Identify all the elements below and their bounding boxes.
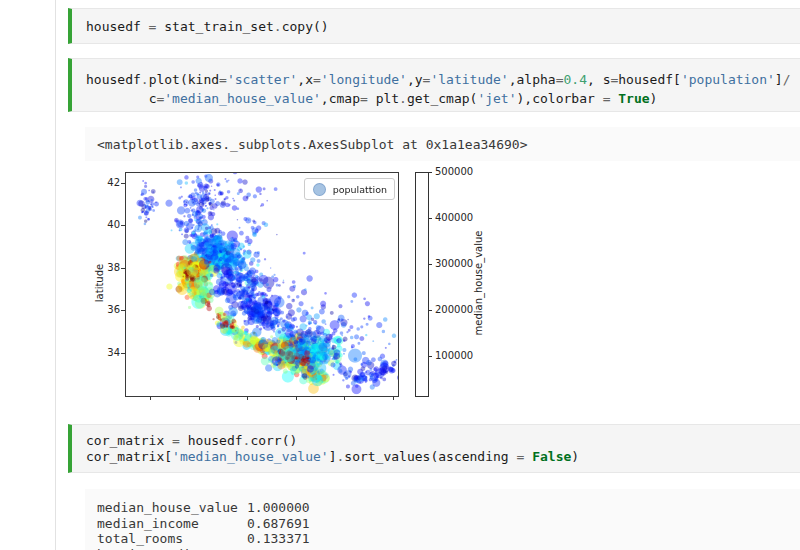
code-token: x <box>305 72 313 87</box>
code-token: , <box>321 91 329 106</box>
code-token: copy <box>282 19 313 34</box>
correlation-value: 0.133371 <box>247 531 310 547</box>
code-token: housedf <box>86 72 141 87</box>
code-token: . <box>274 19 282 34</box>
code-token: 'longitude' <box>321 72 407 87</box>
code-token: cmap <box>329 91 360 106</box>
code-token: False <box>532 449 571 464</box>
code-token: ), <box>517 91 533 106</box>
feature-name: total_rooms <box>97 531 247 547</box>
code-token: . <box>399 91 407 106</box>
code-token: = <box>509 449 532 464</box>
code-token: stat_train_set <box>164 19 274 34</box>
colorbar-tick-label: 500000 <box>435 166 473 178</box>
code-token: 0.4 <box>564 72 587 87</box>
code-token: 'latitude' <box>430 72 508 87</box>
scatter-points-canvas <box>126 173 398 396</box>
correlation-output-panel: median_house_value1.000000median_income0… <box>85 489 800 550</box>
code-token: ) <box>650 91 658 106</box>
code-token: ( <box>180 72 188 87</box>
code-token: alpha <box>517 72 556 87</box>
colorbar <box>415 172 429 397</box>
colorbar-tick-mark <box>428 310 432 311</box>
code-token: cor_matrix <box>86 433 164 448</box>
code-token: 'median_house_value' <box>164 91 321 106</box>
scatter-plot-figure: latitude 3436384042 populattion 10000020… <box>90 166 505 414</box>
colorbar-tick-label: 400000 <box>435 212 473 224</box>
correlation-value: 0.103623 <box>247 547 310 550</box>
code-token: = <box>219 72 227 87</box>
y-tick-label: 40 <box>94 219 120 231</box>
plot-axes-frame: populattion <box>125 172 399 397</box>
y-tick-label: 38 <box>94 262 120 274</box>
correlation-row: total_rooms0.133371 <box>85 531 800 547</box>
code-cell-copy-trainset[interactable]: housedf = stat_train_set.copy() <box>68 8 800 44</box>
correlation-row: median_income0.687691 <box>85 516 800 532</box>
code-cell-correlation[interactable]: cor_matrix = housedf.corr() cor_matrix['… <box>68 424 800 473</box>
code-token: housedf <box>86 19 141 34</box>
code-token: = <box>313 72 321 87</box>
plot-legend: populattion <box>304 178 395 200</box>
code-token: True <box>618 91 649 106</box>
legend-population-marker <box>313 183 326 196</box>
code-token: y <box>415 72 423 87</box>
code-token: / <box>783 72 791 87</box>
code-editor-2[interactable]: housedf.plot(kind='scatter',x='longitude… <box>72 59 800 108</box>
code-token: [ <box>673 72 681 87</box>
code-token: colorbar <box>532 91 595 106</box>
y-tick-label: 36 <box>94 304 120 316</box>
correlation-value: 1.000000 <box>247 500 310 516</box>
code-token: [ <box>164 449 172 464</box>
code-token: () <box>282 433 298 448</box>
colorbar-tick-mark <box>428 356 432 357</box>
code-token: housedf <box>188 433 243 448</box>
feature-name: housing_median_age <box>97 547 247 550</box>
code-token: 'jet' <box>477 91 516 106</box>
code-token: , <box>407 72 415 87</box>
colorbar-tick-mark <box>428 172 432 173</box>
code-token: sort_values <box>344 449 430 464</box>
code-token <box>86 91 149 106</box>
code-token: , <box>297 72 305 87</box>
y-tick-label: 42 <box>94 177 120 189</box>
y-tick-label: 34 <box>94 347 120 359</box>
notebook-left-border <box>55 0 56 550</box>
code-token: = <box>360 91 368 106</box>
execution-result-panel: <matplotlib.axes._subplots.AxesSubplot a… <box>85 127 800 161</box>
code-token: plot <box>149 72 180 87</box>
code-token: = <box>556 72 564 87</box>
code-token: 'scatter' <box>227 72 297 87</box>
axes-subplot-repr-text: <matplotlib.axes._subplots.AxesSubplot a… <box>85 127 800 152</box>
code-token: housedf <box>618 72 673 87</box>
colorbar-label: median_house_value <box>473 231 484 336</box>
code-token: ascending <box>438 449 508 464</box>
correlation-row: median_house_value1.000000 <box>85 500 800 516</box>
code-token: , <box>587 72 603 87</box>
code-token: = <box>164 433 187 448</box>
code-token: plt <box>376 91 399 106</box>
code-token: ] <box>775 72 783 87</box>
code-token: get_cmap <box>407 91 470 106</box>
code-cell-scatter-plot[interactable]: housedf.plot(kind='scatter',x='longitude… <box>68 58 800 112</box>
code-token: = <box>595 91 618 106</box>
code-editor-3[interactable]: cor_matrix = housedf.corr() cor_matrix['… <box>72 425 800 464</box>
code-token: corr <box>250 433 281 448</box>
colorbar-tick-mark <box>428 264 432 265</box>
code-token: 'median_house_value' <box>172 449 329 464</box>
feature-name: median_house_value <box>97 500 247 516</box>
code-editor-1[interactable]: housedf = stat_train_set.copy() <box>72 9 800 35</box>
feature-name: median_income <box>97 516 247 532</box>
colorbar-tick-label: 300000 <box>435 258 473 270</box>
code-token: ) <box>571 449 579 464</box>
colorbar-tick-label: 100000 <box>435 350 473 362</box>
code-token: kind <box>188 72 219 87</box>
correlation-row: housing_median_age0.103623 <box>85 547 800 550</box>
code-token <box>368 91 376 106</box>
colorbar-tick-mark <box>428 218 432 219</box>
correlation-value: 0.687691 <box>247 516 310 532</box>
legend-population-label: populattion <box>333 184 387 195</box>
code-token: . <box>141 72 149 87</box>
colorbar-tick-label: 200000 <box>435 304 473 316</box>
code-token: cor_matrix <box>86 449 164 464</box>
code-token: 'population' <box>681 72 775 87</box>
